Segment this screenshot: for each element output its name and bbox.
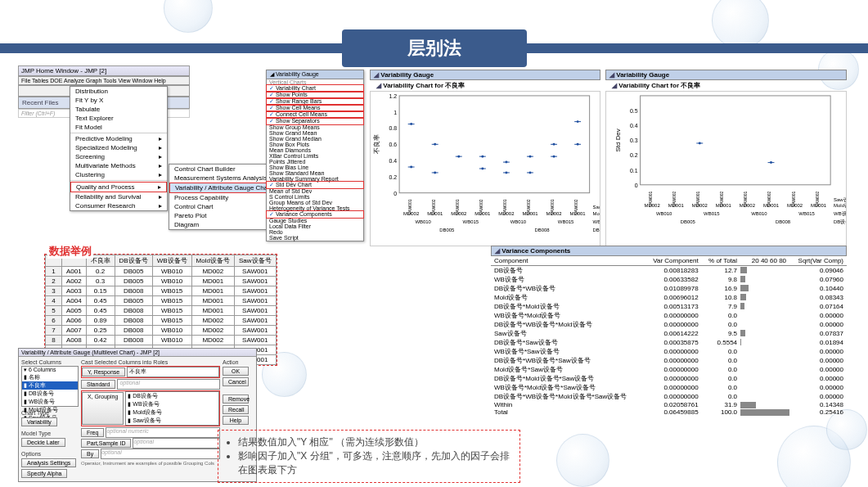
svg-text:Mold设备号: Mold设备号 [593,211,600,216]
svg-text:0: 0 [394,191,397,196]
svg-text:WB010: WB010 [415,219,431,224]
svg-text:DB设备号: DB设备号 [834,219,846,224]
svg-text:WB015: WB015 [798,211,815,216]
svg-text:DB008: DB008 [534,228,550,232]
svg-text:DB008: DB008 [776,219,791,224]
analysis-settings[interactable]: Analysis Settings [21,458,76,467]
analyze-menu[interactable]: DistributionFit Y by XTabulateText Explo… [70,86,168,211]
svg-text:MD001: MD001 [570,211,586,216]
action-label: Action [223,359,254,365]
svg-text:MD001: MD001 [668,203,684,208]
svg-rect-72 [641,96,831,185]
svg-text:WB015: WB015 [558,219,574,224]
data-example-label: 数据举例 [47,244,93,259]
svg-text:MD001: MD001 [811,203,826,208]
instruction-note: 结果数值加入"Y 相应" （需为连续形数值）影响因子加入"X 分组"，可多选，注… [218,430,520,483]
svg-text:MD002: MD002 [645,203,660,208]
remove-button[interactable]: Remove [223,395,249,404]
help-button[interactable]: Help [223,416,249,425]
svg-text:0.3: 0.3 [630,138,638,143]
variability-options-menu[interactable]: ◢ Variability GaugeVertical ChartsVariab… [266,70,364,241]
svg-text:MD002: MD002 [451,211,466,216]
page-title: 层别法 [342,29,527,67]
svg-text:MD002: MD002 [740,203,755,208]
svg-text:Saw设备号: Saw设备号 [593,205,600,210]
specify-alpha[interactable]: Specify Alpha [21,469,67,478]
svg-text:WB010: WB010 [656,211,672,216]
x-grouping-btn[interactable]: X, Grouping [82,392,124,425]
svg-text:MD001: MD001 [474,211,490,216]
cancel-button[interactable]: Cancel [223,377,249,386]
svg-text:0.6: 0.6 [389,142,398,147]
svg-text:WB010: WB010 [510,219,527,224]
svg-text:MD002: MD002 [692,203,708,208]
svg-text:WB设备号: WB设备号 [593,219,600,224]
x-grouping-list[interactable]: ▮ DB设备号▮ WB设备号▮ Mold设备号▮ Saw设备号 [125,391,219,426]
title-bar: 层别法 [0,29,868,67]
svg-text:0.2: 0.2 [389,174,398,180]
ok-button[interactable]: OK [223,367,249,376]
part-btn[interactable]: Part,Sample ID [81,439,131,448]
columns-list[interactable]: ▾ 6 Columns▮ 名称▮ 不良率▮ DB设备号▮ WB设备号▮ Mold… [21,366,79,407]
svg-text:不良率: 不良率 [373,134,380,154]
svg-text:0.8: 0.8 [389,125,398,131]
svg-text:0.4: 0.4 [630,123,638,129]
standard-btn[interactable]: Standard [81,380,115,389]
svg-text:MD002: MD002 [787,203,803,208]
cast-label: Cast Selected Columns into Roles [81,359,220,365]
options-label: Options [21,451,79,457]
dialog-title: Variability / Attribute Gauge (Multileve… [19,349,256,357]
svg-rect-8 [399,96,590,193]
svg-text:MD002: MD002 [498,211,514,216]
svg-text:1.2: 1.2 [389,93,398,99]
svg-text:MD001: MD001 [427,211,443,216]
svg-text:Std Dev: Std Dev [614,129,622,151]
window-title: JMP Home Window - JMP [2] [18,65,190,76]
svg-text:0.2: 0.2 [630,152,638,158]
y-response-btn[interactable]: Y, Response [82,368,125,377]
svg-text:WB010: WB010 [751,211,767,216]
model-type-select[interactable]: Decide Later [21,438,65,447]
svg-text:MD001: MD001 [522,211,537,216]
svg-text:WB015: WB015 [463,219,479,224]
svg-text:DB设备号: DB设备号 [593,228,600,232]
variance-components-table: ◢ Variance Components ComponentVar Compo… [491,246,847,416]
svg-text:Mold设备号: Mold设备号 [834,203,846,208]
svg-text:WB015: WB015 [704,211,720,216]
chart-type-select[interactable]: Variability [21,417,57,426]
svg-text:MD001: MD001 [763,203,779,208]
svg-text:MD001: MD001 [716,203,731,208]
svg-text:WB设备号: WB设备号 [834,211,846,216]
svg-text:MD002: MD002 [403,211,419,216]
select-cols-label: Select Columns [21,359,79,365]
recall-button[interactable]: Recall [223,405,249,414]
svg-text:0.4: 0.4 [389,158,398,164]
svg-text:0.5: 0.5 [630,108,638,114]
svg-text:0: 0 [635,183,638,188]
menu-bar[interactable]: File Tables DOE Analyze Graph Tools View… [18,76,190,85]
variability-chart-2: ◢ Variability Gauge ◢ Variability Chart … [605,70,847,246]
svg-text:DB005: DB005 [681,219,696,224]
model-type-label: Model Type [21,431,79,436]
svg-text:DB005: DB005 [439,228,455,232]
variability-chart-1: ◢ Variability Gauge ◢ Variability Chart … [370,70,600,246]
svg-text:Saw设备号: Saw设备号 [834,197,846,202]
by-btn[interactable]: By [81,449,99,458]
freq-btn[interactable]: Freq [81,428,104,437]
svg-text:0.1: 0.1 [630,168,638,174]
svg-text:MD002: MD002 [546,211,561,216]
svg-text:1: 1 [394,110,397,115]
